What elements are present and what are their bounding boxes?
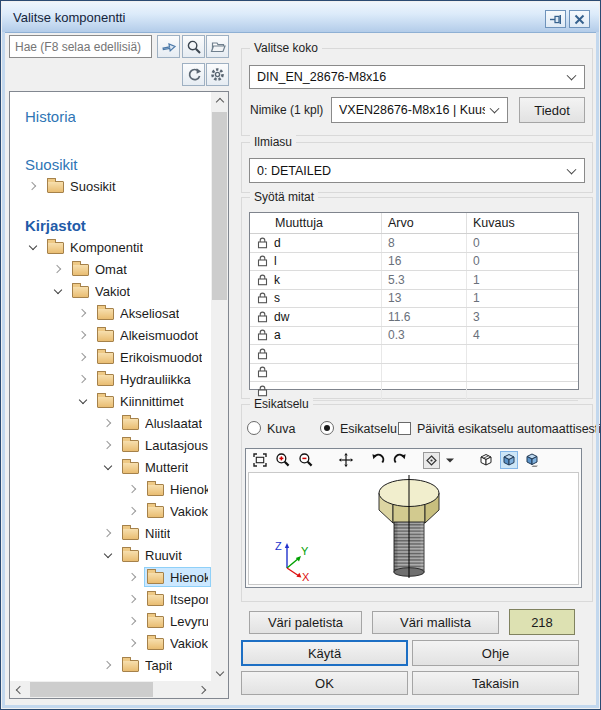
tree-item[interactable]: Hienokie [10, 566, 211, 588]
variable-value[interactable] [381, 345, 466, 363]
tree-chevron-icon[interactable] [97, 544, 119, 566]
search-input[interactable] [9, 35, 152, 58]
zoom-to-fit-icon[interactable] [251, 451, 269, 469]
pin-button[interactable] [545, 10, 566, 28]
shaded-view-icon[interactable] [500, 451, 518, 469]
table-row[interactable] [250, 345, 578, 364]
tree-chevron-icon[interactable] [72, 324, 94, 346]
tree-chevron-icon[interactable] [122, 610, 144, 632]
tree-item[interactable]: Aluslaatat [10, 412, 211, 434]
tree-item[interactable]: Hydrauliikka [10, 368, 211, 390]
tree-item[interactable]: Historia [10, 105, 211, 127]
tree-item[interactable]: Ruuvit [10, 544, 211, 566]
table-row[interactable]: d 8 0 [250, 234, 578, 253]
variable-value[interactable] [381, 364, 466, 382]
tree-item[interactable]: Mutterit [10, 456, 211, 478]
help-button[interactable]: Ohje [412, 640, 579, 666]
nimike-select[interactable]: VXEN28676-M8x16 | Kuusio [331, 97, 508, 123]
tree-horizontal-scrollbar[interactable] [10, 681, 211, 698]
tree-chevron-icon[interactable] [122, 566, 144, 588]
table-row[interactable] [250, 364, 578, 383]
tree-chevron-icon[interactable] [22, 175, 44, 197]
variable-value[interactable]: 5.3 [381, 271, 466, 289]
zoom-in-icon[interactable] [274, 451, 292, 469]
scroll-left-arrow[interactable] [10, 681, 27, 698]
tree-chevron-icon[interactable] [97, 434, 119, 456]
tree-item[interactable]: Suosikit [10, 175, 211, 197]
table-row[interactable]: a 0.3 4 [250, 327, 578, 346]
variable-value[interactable]: 0.3 [381, 327, 466, 345]
tree-chevron-icon[interactable] [72, 390, 94, 412]
tree-chevron-icon[interactable] [122, 588, 144, 610]
auto-update-checkbox[interactable] [398, 422, 411, 435]
variable-value[interactable]: 11.6 [381, 308, 466, 326]
tree-chevron-icon[interactable] [97, 456, 119, 478]
lock-icon[interactable] [257, 348, 268, 360]
image-radio[interactable] [247, 421, 261, 435]
apply-button[interactable]: Käytä [241, 640, 408, 666]
variable-value[interactable]: 16 [381, 253, 466, 271]
lock-icon[interactable] [257, 366, 268, 378]
browse-folder-button[interactable] [206, 35, 229, 58]
tree-item[interactable]: Suosikit [10, 153, 211, 175]
table-row[interactable]: s 13 1 [250, 290, 578, 309]
tree-item[interactable]: Vakiokie [10, 500, 211, 522]
view-caret-icon[interactable] [445, 451, 455, 469]
tree-chevron-icon[interactable] [72, 346, 94, 368]
tree-item[interactable]: Lautasjouset [10, 434, 211, 456]
tree-item[interactable]: Kiinnittimet [10, 390, 211, 412]
back-button[interactable]: Takaisin [412, 671, 579, 695]
color-from-palette-button[interactable]: Väri paletista [249, 611, 362, 634]
tree-chevron-icon[interactable] [72, 368, 94, 390]
color-from-model-button[interactable]: Väri mallista [372, 611, 499, 634]
tree-chevron-icon[interactable] [97, 522, 119, 544]
table-row[interactable]: dw 11.6 3 [250, 308, 578, 327]
ok-button[interactable]: OK [241, 671, 408, 695]
scroll-down-arrow[interactable] [211, 664, 228, 681]
table-row[interactable]: l 16 0 [250, 253, 578, 272]
shaded-edges-view-icon[interactable] [523, 451, 541, 469]
tree-item[interactable]: Erikoismuodot [10, 346, 211, 368]
refresh-button[interactable] [182, 63, 205, 86]
size-select[interactable]: DIN_EN_28676-M8x16 [249, 65, 585, 89]
tree-vertical-scrollbar[interactable] [211, 92, 228, 681]
color-swatch-button[interactable]: 218 [509, 609, 575, 635]
settings-button[interactable] [206, 63, 229, 86]
horizontal-scrollbar-thumb[interactable] [30, 682, 153, 697]
tree-chevron-icon[interactable] [122, 478, 144, 500]
tree-item[interactable]: Hienokie [10, 478, 211, 500]
pan-icon[interactable] [337, 451, 355, 469]
lock-icon[interactable] [257, 311, 268, 323]
appearance-select[interactable]: 0: DETAILED [249, 158, 585, 183]
search-go-button[interactable] [157, 35, 180, 58]
lock-icon[interactable] [257, 255, 268, 267]
tree-chevron-icon[interactable] [47, 258, 69, 280]
rotate-right-icon[interactable] [391, 451, 409, 469]
variable-value[interactable] [381, 382, 466, 400]
tree-chevron-icon[interactable] [47, 280, 69, 302]
tree-chevron-icon[interactable] [122, 632, 144, 654]
tree-item[interactable]: Levyruuv [10, 610, 211, 632]
tree-item[interactable]: Komponentit [10, 236, 211, 258]
tree-chevron-icon[interactable] [122, 500, 144, 522]
tree-item[interactable]: Akseliosat [10, 302, 211, 324]
tree-chevron-icon[interactable] [97, 654, 119, 676]
tree-item[interactable]: Alkeismuodot [10, 324, 211, 346]
lock-icon[interactable] [257, 237, 268, 249]
view-center-button[interactable] [422, 451, 440, 469]
rotate-left-icon[interactable] [368, 451, 386, 469]
tree-item[interactable]: Kirjastot [10, 214, 211, 236]
search-button[interactable] [182, 35, 205, 58]
variable-value[interactable]: 8 [381, 234, 466, 252]
tree-chevron-icon[interactable] [72, 302, 94, 324]
lock-icon[interactable] [257, 292, 268, 304]
lock-icon[interactable] [257, 274, 268, 286]
scroll-right-arrow[interactable] [194, 681, 211, 698]
variable-value[interactable]: 13 [381, 290, 466, 308]
close-button[interactable] [569, 10, 590, 28]
preview-radio[interactable] [320, 421, 334, 435]
hidden-line-view-icon[interactable] [477, 451, 495, 469]
details-button[interactable]: Tiedot [519, 97, 585, 123]
tree-item[interactable]: Tapit [10, 654, 211, 676]
tree-item[interactable]: Omat [10, 258, 211, 280]
